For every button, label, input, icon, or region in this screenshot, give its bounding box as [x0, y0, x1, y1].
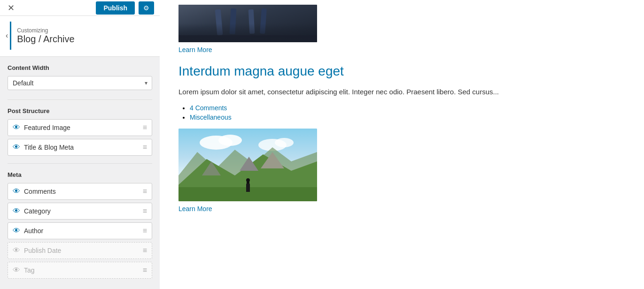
meta-section: Meta 👁 Comments ≡ 👁 Category ≡ 👁 Author …: [8, 171, 152, 279]
drag-handle-featured-image[interactable]: ≡: [143, 123, 147, 132]
featured-image-label: Featured Image: [24, 124, 139, 131]
breadcrumb-section: ‹ Customizing Blog / Archive: [0, 16, 160, 57]
breadcrumb-title: Blog / Archive: [17, 34, 74, 45]
breadcrumb-sub: Customizing: [17, 27, 74, 34]
eye-icon-publish-date: 👁: [13, 246, 20, 255]
drag-item-title-blog-meta[interactable]: 👁 Title & Blog Meta ≡: [8, 139, 152, 156]
learn-more-link-1[interactable]: Learn More: [178, 46, 212, 53]
breadcrumb-text: Customizing Blog / Archive: [17, 27, 74, 45]
meta-label: Meta: [8, 171, 152, 178]
panel-body: Content Width Default Full Width Narrow …: [0, 57, 160, 289]
drag-item-author[interactable]: 👁 Author ≡: [8, 222, 152, 239]
author-label: Author: [24, 227, 139, 235]
drag-handle-publish-date[interactable]: ≡: [143, 246, 147, 255]
drag-handle-comments[interactable]: ≡: [143, 187, 147, 196]
content-width-select-wrapper: Default Full Width Narrow ▾: [8, 76, 152, 90]
eye-icon-category: 👁: [13, 207, 20, 215]
eye-icon-title-blog-meta: 👁: [13, 143, 20, 152]
left-panel: ✕ Publish ⚙ ‹ Customizing Blog / Archive…: [0, 0, 160, 289]
preview-inner: Learn More Interdum magna augue eget Lor…: [178, 0, 507, 222]
publish-button[interactable]: Publish: [96, 1, 135, 15]
svg-point-9: [218, 135, 242, 146]
title-blog-meta-label: Title & Blog Meta: [24, 144, 139, 151]
svg-point-19: [246, 178, 250, 182]
top-bar: ✕ Publish ⚙: [0, 0, 160, 16]
post-meta-list: 4 Comments Miscellaneous: [190, 104, 507, 121]
svg-rect-1: [178, 5, 317, 42]
svg-rect-6: [178, 35, 317, 42]
drag-item-tag[interactable]: 👁 Tag ≡: [8, 262, 152, 279]
eye-icon-author: 👁: [13, 227, 20, 235]
post-title: Interdum magna augue eget: [178, 63, 507, 80]
drag-handle-title-blog-meta[interactable]: ≡: [143, 143, 147, 152]
post-structure-label: Post Structure: [8, 107, 152, 114]
close-button[interactable]: ✕: [6, 1, 16, 15]
learn-more-link-2[interactable]: Learn More: [178, 205, 212, 213]
drag-item-comments[interactable]: 👁 Comments ≡: [8, 183, 152, 200]
list-item-comments: 4 Comments: [190, 104, 507, 112]
svg-point-11: [275, 138, 294, 147]
svg-rect-18: [247, 181, 249, 189]
content-width-select[interactable]: Default Full Width Narrow: [8, 76, 152, 90]
drag-handle-author[interactable]: ≡: [143, 227, 147, 235]
separator-1: [8, 99, 152, 100]
post-structure-section: Post Structure 👁 Featured Image ≡ 👁 Titl…: [8, 107, 152, 156]
drag-handle-category[interactable]: ≡: [143, 207, 147, 215]
comments-label: Comments: [24, 188, 139, 195]
content-width-label: Content Width: [8, 64, 152, 71]
mountain-image: [178, 129, 317, 201]
gear-button[interactable]: ⚙: [139, 1, 154, 15]
content-width-section: Content Width Default Full Width Narrow …: [8, 64, 152, 90]
back-button[interactable]: ‹: [4, 22, 11, 50]
category-link[interactable]: Miscellaneous: [190, 114, 232, 121]
drag-item-category[interactable]: 👁 Category ≡: [8, 203, 152, 220]
tag-label: Tag: [24, 266, 139, 274]
list-item-category: Miscellaneous: [190, 114, 507, 121]
separator-2: [8, 163, 152, 164]
svg-rect-17: [178, 187, 317, 201]
drag-handle-tag[interactable]: ≡: [143, 266, 147, 274]
tent-image: [178, 5, 317, 42]
eye-icon-tag: 👁: [13, 266, 20, 274]
post-excerpt: Lorem ipsum dolor sit amet, consectetur …: [178, 86, 507, 98]
category-label: Category: [24, 207, 139, 215]
drag-item-featured-image[interactable]: 👁 Featured Image ≡: [8, 119, 152, 136]
right-preview: Learn More Interdum magna augue eget Lor…: [160, 0, 644, 289]
comments-link[interactable]: 4 Comments: [190, 104, 227, 112]
eye-icon-featured-image: 👁: [13, 123, 20, 132]
drag-item-publish-date[interactable]: 👁 Publish Date ≡: [8, 242, 152, 259]
publish-date-label: Publish Date: [24, 247, 139, 254]
eye-icon-comments: 👁: [13, 187, 20, 196]
